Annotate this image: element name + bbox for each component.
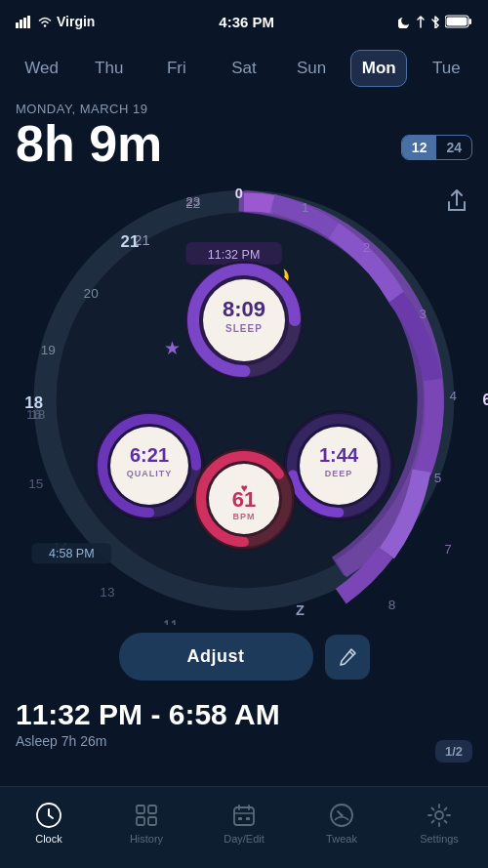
edit-button[interactable] (325, 635, 370, 680)
svg-text:SLEEP: SLEEP (225, 323, 263, 334)
arrow-icon (416, 16, 426, 28)
tab-clock[interactable]: Clock (0, 802, 98, 845)
svg-rect-73 (238, 817, 242, 820)
day-sat[interactable]: Sat (216, 50, 272, 87)
svg-point-57 (300, 427, 378, 505)
svg-text:15: 15 (28, 476, 43, 491)
svg-rect-0 (16, 22, 19, 28)
svg-text:Z: Z (296, 602, 305, 618)
svg-text:5: 5 (434, 471, 442, 485)
bpm-donut-svg: ♥ 61 BPM (186, 441, 302, 557)
svg-rect-68 (137, 806, 144, 813)
svg-rect-74 (246, 817, 250, 820)
svg-text:BPM: BPM (233, 512, 256, 521)
svg-rect-72 (234, 807, 254, 825)
day-thu[interactable]: Thu (81, 50, 138, 87)
svg-rect-70 (137, 817, 144, 825)
svg-text:19: 19 (41, 343, 56, 357)
svg-text:8: 8 (388, 599, 396, 613)
svg-text:0: 0 (235, 186, 243, 201)
svg-text:4: 4 (450, 389, 458, 403)
sleep-range-section: 11:32 PM - 6:58 AM Asleep 7h 26m (0, 688, 488, 753)
format-toggle: 12 24 (401, 135, 472, 160)
status-left: Virgin (16, 14, 95, 29)
svg-point-51 (110, 427, 188, 505)
svg-text:18: 18 (24, 394, 43, 413)
sleep-circle: 8:09 SLEEP (178, 254, 310, 387)
sleep-time-range: 11:32 PM - 6:58 AM (16, 698, 472, 731)
svg-text:61: 61 (232, 487, 256, 512)
svg-rect-71 (148, 817, 156, 825)
svg-rect-69 (148, 806, 156, 813)
tab-settings-label: Settings (420, 833, 459, 845)
tab-settings[interactable]: Settings (390, 802, 488, 845)
svg-text:11: 11 (163, 617, 178, 625)
day-sun[interactable]: Sun (283, 50, 340, 87)
svg-text:1:44: 1:44 (319, 444, 359, 466)
bpm-circle: ♥ 61 BPM (186, 441, 302, 557)
adjust-section: Adjust (0, 625, 488, 688)
gauge-icon (328, 802, 355, 829)
signal-icon (16, 15, 33, 28)
tab-history[interactable]: History (98, 802, 195, 845)
svg-rect-6 (447, 18, 468, 26)
day-selector: Wed Thu Fri Sat Sun Mon Tue (0, 43, 488, 94)
clock-icon (35, 802, 62, 829)
day-wed[interactable]: Wed (14, 50, 70, 87)
status-time: 4:36 PM (219, 14, 274, 30)
format-24-btn[interactable]: 24 (436, 136, 471, 159)
pencil-icon (338, 647, 357, 667)
date-label: MONDAY, MARCH 19 (16, 102, 472, 116)
settings-tab-icon (426, 802, 453, 829)
tweak-tab-icon (328, 802, 355, 829)
tab-tweak[interactable]: Tweak (293, 802, 390, 845)
tab-dayedit-label: Day/Edit (224, 833, 264, 845)
svg-text:3: 3 (419, 308, 427, 322)
calendar-icon (230, 802, 258, 829)
tab-dayedit[interactable]: Day/Edit (195, 802, 293, 845)
carrier-name: Virgin (57, 14, 95, 29)
page-indicator: 1/2 (435, 740, 472, 763)
adjust-button[interactable]: Adjust (119, 633, 313, 681)
svg-rect-1 (20, 20, 22, 28)
wifi-icon (37, 16, 53, 28)
day-tue[interactable]: Tue (418, 50, 474, 87)
clock-tab-icon (35, 802, 62, 829)
svg-text:7: 7 (444, 542, 452, 557)
battery-icon (445, 15, 472, 28)
svg-text:6:21: 6:21 (130, 444, 169, 466)
tab-tweak-label: Tweak (326, 833, 357, 845)
svg-text:23: 23 (185, 195, 200, 210)
svg-text:6: 6 (482, 392, 488, 408)
svg-text:8:09: 8:09 (223, 297, 265, 321)
moon-icon (398, 16, 411, 28)
format-12-btn[interactable]: 12 (402, 136, 437, 159)
day-mon[interactable]: Mon (350, 50, 407, 87)
circles-container: 8:09 SLEEP 6:21 QUALITY (88, 244, 400, 557)
sleep-sub-label: Asleep 7h 26m (16, 733, 472, 749)
sleep-donut-svg: 8:09 SLEEP (178, 254, 310, 387)
tab-clock-label: Clock (35, 833, 62, 845)
tab-history-label: History (130, 833, 163, 845)
status-bar: Virgin 4:36 PM (0, 0, 488, 43)
svg-rect-2 (23, 18, 26, 28)
svg-rect-5 (469, 19, 472, 24)
status-right (398, 15, 472, 28)
grid-icon (133, 802, 160, 829)
svg-point-77 (435, 811, 443, 819)
svg-text:13: 13 (100, 585, 114, 599)
svg-text:QUALITY: QUALITY (127, 469, 173, 478)
svg-point-76 (341, 813, 344, 816)
history-tab-icon (133, 802, 160, 829)
svg-text:DEEP: DEEP (325, 469, 353, 478)
dayedit-tab-icon (230, 802, 258, 829)
svg-text:1: 1 (302, 200, 309, 215)
bluetooth-icon (430, 16, 440, 28)
tab-bar: Clock History Day/Edit (0, 786, 488, 868)
svg-rect-3 (27, 16, 30, 28)
day-fri[interactable]: Fri (148, 50, 205, 87)
gear-icon (426, 802, 453, 829)
clock-section: 0 1 2 3 4 5 6 7 8 9 10 11 12 11 13 14 15… (0, 176, 488, 625)
